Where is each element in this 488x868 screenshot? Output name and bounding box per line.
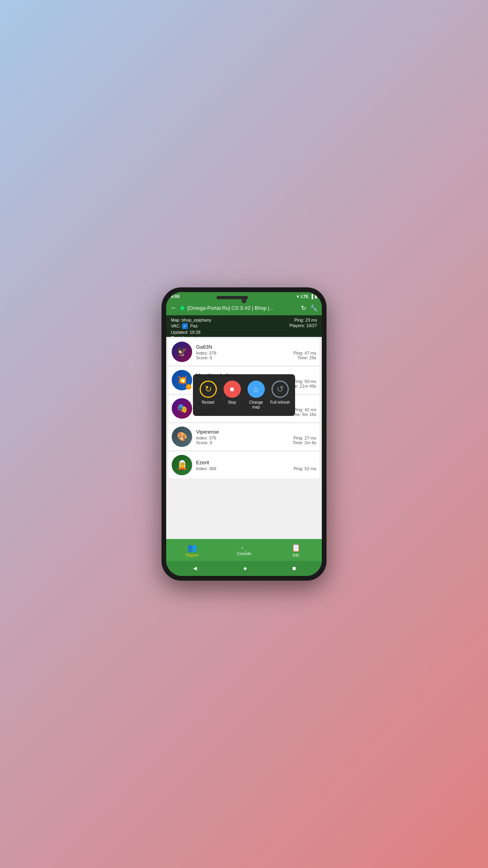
full-refresh-label: Full refresh [270, 400, 290, 405]
player-stats-row-4b: Score: 0 Time: 2m 6s [196, 440, 316, 445]
vac-shield: ✓ [182, 323, 188, 329]
player-info-5: Ezerit Index: 369 Ping: 52 ms [196, 460, 316, 471]
ping-label: Ping: [294, 318, 304, 322]
player-avatar-wrapper-4: 🎨 [172, 427, 192, 447]
player-avatar-wrapper-1: 🦅 [172, 342, 192, 362]
players-nav-label: Players [185, 553, 198, 557]
banner-row-2: VAC: ✓ Pas Players: 10/27 [171, 323, 317, 329]
header-actions: ↻ 🔧 [301, 304, 318, 312]
info-nav-label: Info [293, 553, 299, 557]
player-time-1: Time: 29s [297, 355, 316, 360]
player-index-5: Index: 369 [196, 466, 216, 471]
restart-label: Restart [202, 400, 214, 405]
map-label: Map: [171, 318, 180, 322]
map-value: bhop_epiphany [182, 318, 211, 322]
player-time-4: Time: 2m 6s [293, 440, 316, 445]
popup-menu: ↻ Restart ■ Stop ⌂ Change map [193, 374, 295, 416]
banner-row-1: Map: bhop_epiphany Ping: 23 ms [171, 318, 317, 322]
server-status-indicator [180, 306, 184, 310]
player-card[interactable]: 🧝 Ezerit Index: 369 Ping: 52 ms [169, 452, 319, 478]
player-avatar-wrapper-2: 💥 🔑 [172, 370, 192, 390]
player-ping-2: Ping: 50 ms [294, 379, 316, 384]
player-avatar-wrapper-5: 🧝 [172, 455, 192, 475]
vac-label: VAC: [171, 324, 181, 328]
player-card[interactable]: 🎨 Viperense Index: 376 Ping: 27 ms Score… [169, 423, 319, 450]
players-nav-icon: 👥 [187, 543, 197, 552]
nav-players[interactable]: 👥 Players [166, 539, 218, 561]
console-nav-label: Console [237, 552, 251, 556]
banner-row-3: Updated: 19:28 [171, 330, 317, 335]
player-ping-5: Ping: 52 ms [294, 466, 316, 471]
popup-stop[interactable]: ■ Stop [221, 381, 243, 410]
phone-frame: 9:00 ▾ LTE ▐ ▮ ← [Omega-Portal.Ru] CS:S … [161, 287, 327, 581]
info-nav-icon: 📋 [291, 543, 301, 552]
player-index-4: Index: 376 [196, 436, 216, 440]
player-ping-1: Ping: 47 ms [294, 351, 316, 355]
change-map-label: Change map [245, 400, 267, 410]
rental-info: Rental expires i [171, 335, 201, 337]
wifi-icon: ▾ [297, 294, 299, 299]
ping-info: Ping: 23 ms [294, 318, 317, 322]
status-icons: ▾ LTE ▐ ▮ [297, 294, 317, 299]
refresh-button[interactable]: ↻ [301, 304, 306, 312]
updated-info: Updated: 19:28 [171, 330, 200, 335]
settings-button[interactable]: 🔧 [310, 304, 318, 312]
status-time: 9:00 [171, 294, 180, 299]
nav-info[interactable]: 📋 Info [270, 539, 322, 561]
stop-label: Stop [228, 400, 236, 405]
player-avatar-3: 🎭 [172, 398, 192, 419]
player-ping-3: Ping: 42 ms [294, 407, 316, 412]
restart-icon: ↻ [200, 381, 217, 398]
signal-icon: ▐ [310, 294, 313, 299]
bottom-nav: 👥 Players ›_ Console 📋 Info [166, 539, 322, 561]
map-info: Map: bhop_epiphany [171, 318, 211, 322]
banner-content: Map: bhop_epiphany Ping: 23 ms VAC: ✓ Pa… [171, 318, 317, 337]
full-refresh-icon: ↺ [272, 381, 289, 398]
player-name-4: Viperense [196, 429, 316, 435]
player-score-4: Score: 0 [196, 440, 212, 445]
player-index-1: Index: 379 [196, 351, 216, 355]
change-map-icon: ⌂ [248, 381, 265, 398]
android-back-button[interactable]: ◄ [192, 565, 198, 572]
popup-restart[interactable]: ↻ Restart [197, 381, 219, 410]
lte-label: LTE [301, 294, 308, 299]
vac-info: VAC: ✓ Pas [171, 323, 198, 329]
key-badge: 🔑 [186, 384, 191, 390]
android-nav-bar: ◄ ● ■ [166, 561, 322, 576]
player-stats-row-1a: Index: 379 Ping: 47 ms [196, 351, 316, 355]
back-button[interactable]: ← [170, 304, 177, 312]
player-stats-row-5a: Index: 369 Ping: 52 ms [196, 466, 316, 471]
server-title: [Omega-Portal.Ru] CS:S #2 | Bhop |... [187, 305, 298, 311]
player-avatar-4: 🎨 [172, 427, 192, 447]
battery-icon: ▮ [315, 294, 317, 299]
player-name-5: Ezerit [196, 460, 316, 465]
banner-row-4: Rental expires i [171, 335, 317, 337]
player-avatar-wrapper-3: 🎭 [172, 398, 192, 419]
player-info-1: Ga63N Index: 379 Ping: 47 ms Score: 0 Ti… [196, 344, 316, 360]
player-card[interactable]: 🦅 Ga63N Index: 379 Ping: 47 ms Score: 0 … [169, 338, 319, 365]
player-info-4: Viperense Index: 376 Ping: 27 ms Score: … [196, 429, 316, 445]
player-score-1: Score: 0 [196, 355, 212, 360]
player-name-1: Ga63N [196, 344, 316, 350]
console-nav-icon: ›_ [241, 544, 248, 551]
popup-full-refresh[interactable]: ↺ Full refresh [269, 381, 291, 410]
vac-value: Pas [190, 324, 198, 328]
players-list: 🦅 Ga63N Index: 379 Ping: 47 ms Score: 0 … [166, 337, 322, 539]
server-banner: Map: bhop_epiphany Ping: 23 ms VAC: ✓ Pa… [166, 315, 322, 337]
player-stats-row-4a: Index: 376 Ping: 27 ms [196, 436, 316, 440]
screen: 9:00 ▾ LTE ▐ ▮ ← [Omega-Portal.Ru] CS:S … [166, 292, 322, 576]
player-stats-row-1b: Score: 0 Time: 29s [196, 355, 316, 360]
nav-console[interactable]: ›_ Console [218, 539, 270, 561]
speaker [216, 296, 248, 299]
android-recents-button[interactable]: ■ [292, 565, 296, 572]
players-info: Players: 10/27 [290, 323, 317, 329]
player-ping-4: Ping: 27 ms [294, 436, 316, 440]
android-home-button[interactable]: ● [243, 565, 247, 572]
stop-icon: ■ [224, 381, 241, 398]
player-avatar-1: 🦅 [172, 342, 192, 362]
player-avatar-5: 🧝 [172, 455, 192, 475]
ping-value: 23 ms [305, 318, 317, 322]
popup-change-map[interactable]: ⌂ Change map [245, 381, 267, 410]
